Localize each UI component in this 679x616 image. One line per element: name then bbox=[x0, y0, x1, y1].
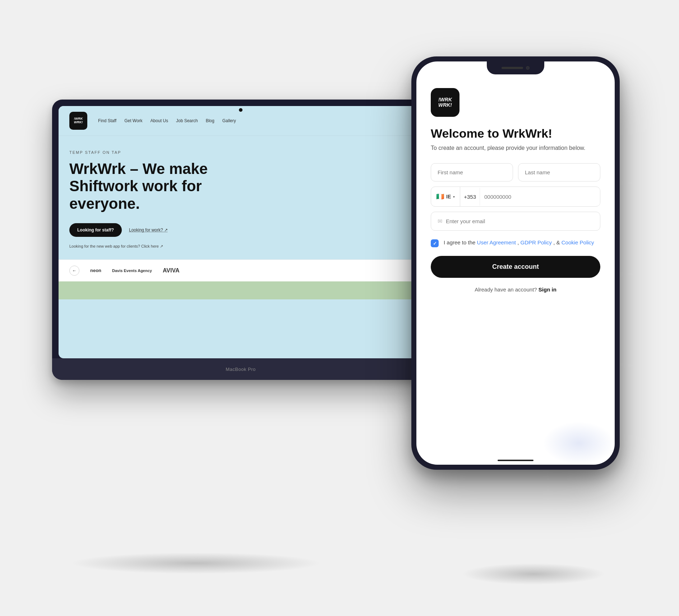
check-icon: ✓ bbox=[433, 241, 437, 246]
last-name-input[interactable] bbox=[518, 163, 600, 181]
phone-row: 🇮🇪 IE ▾ +353 bbox=[431, 187, 600, 207]
partner-neon: neon bbox=[90, 268, 101, 273]
signin-row: Already have an account? Sign in bbox=[431, 286, 600, 293]
scene: !WRKWRK! Find Staff Get Work About Us Jo… bbox=[52, 56, 627, 560]
macbook-chin: MacBook Pro bbox=[52, 358, 429, 380]
nav-blog[interactable]: Blog bbox=[206, 118, 214, 123]
macbook-mockup: !WRKWRK! Find Staff Get Work About Us Jo… bbox=[52, 100, 429, 380]
app-title: Welcome to WrkWrk! bbox=[431, 127, 600, 140]
partner-davis: Davis Events Agency bbox=[112, 268, 152, 273]
app-subtitle: To create an account, please provide you… bbox=[431, 144, 600, 152]
phone-shadow bbox=[462, 563, 605, 585]
user-agreement-link[interactable]: User Agreement bbox=[477, 239, 516, 245]
agree-text-3: , & bbox=[553, 239, 562, 245]
macbook-camera bbox=[239, 108, 242, 112]
nav-job-search[interactable]: Job Search bbox=[176, 118, 198, 123]
first-name-input[interactable] bbox=[431, 163, 513, 181]
partner-logos-row: ← neon Davis Events Agency AVIVA bbox=[59, 259, 423, 281]
iphone-frame: !WRKWRK! Welcome to WrkWrk! To create an… bbox=[411, 56, 620, 470]
site-logo-text: !WRKWRK! bbox=[74, 117, 83, 124]
nav-get-work[interactable]: Get Work bbox=[124, 118, 142, 123]
site-hero: TEMP STAFF ON TAP WrkWrk – We make Shift… bbox=[59, 136, 423, 358]
logos-prev-button[interactable]: ← bbox=[69, 266, 79, 276]
website-content: !WRKWRK! Find Staff Get Work About Us Jo… bbox=[59, 106, 423, 358]
laptop-shadow bbox=[70, 552, 322, 574]
flag-emoji: 🇮🇪 bbox=[436, 193, 444, 201]
email-row[interactable]: ✉ bbox=[431, 212, 600, 231]
green-section bbox=[59, 281, 423, 299]
phone-number-input[interactable] bbox=[480, 188, 600, 206]
agree-text: I agree to the User Agreement , GDPR Pol… bbox=[444, 239, 594, 247]
name-row bbox=[431, 163, 600, 181]
macbook-model-label: MacBook Pro bbox=[226, 367, 256, 372]
country-chevron-icon: ▾ bbox=[453, 195, 455, 199]
email-input[interactable] bbox=[446, 218, 593, 224]
country-selector[interactable]: 🇮🇪 IE ▾ bbox=[431, 187, 460, 206]
site-cta-row: Looking for staff? Looking for work? ↗ bbox=[69, 223, 412, 237]
app-logo: !WRKWRK! bbox=[431, 88, 459, 117]
nav-gallery[interactable]: Gallery bbox=[222, 118, 236, 123]
site-logo: !WRKWRK! bbox=[69, 112, 87, 130]
iphone-notch bbox=[487, 61, 544, 74]
nav-about-us[interactable]: About Us bbox=[151, 118, 168, 123]
looking-for-work-link[interactable]: Looking for work? ↗ bbox=[129, 227, 168, 233]
app-content: !WRKWRK! Welcome to WrkWrk! To create an… bbox=[416, 77, 615, 465]
signin-prompt-text: Already have an account? bbox=[475, 286, 537, 293]
create-account-button[interactable]: Create account bbox=[431, 256, 600, 278]
sign-in-link[interactable]: Sign in bbox=[539, 286, 556, 293]
agree-text-1: I agree to the bbox=[444, 239, 477, 245]
site-sublink[interactable]: Looking for the new web app for clients?… bbox=[69, 244, 412, 249]
gdpr-policy-link[interactable]: GDPR Policy bbox=[520, 239, 552, 245]
app-logo-text: !WRKWRK! bbox=[438, 97, 452, 108]
front-camera bbox=[526, 66, 530, 70]
site-headline: WrkWrk – We make Shiftwork work for ever… bbox=[69, 160, 220, 212]
country-code-label: IE bbox=[446, 194, 451, 199]
site-eyebrow: TEMP STAFF ON TAP bbox=[69, 150, 412, 155]
cookie-policy-link[interactable]: Cookie Policy bbox=[562, 239, 594, 245]
partner-aviva: AVIVA bbox=[163, 267, 180, 274]
macbook-frame: !WRKWRK! Find Staff Get Work About Us Jo… bbox=[52, 100, 429, 380]
speaker-grille bbox=[502, 67, 523, 69]
iphone-mockup: !WRKWRK! Welcome to WrkWrk! To create an… bbox=[411, 56, 620, 470]
macbook-screen: !WRKWRK! Find Staff Get Work About Us Jo… bbox=[59, 106, 423, 358]
agree-checkbox[interactable]: ✓ bbox=[431, 239, 439, 247]
agree-row: ✓ I agree to the User Agreement , GDPR P… bbox=[431, 239, 600, 247]
home-indicator bbox=[498, 460, 534, 461]
email-icon: ✉ bbox=[438, 218, 442, 225]
looking-for-staff-button[interactable]: Looking for staff? bbox=[69, 223, 122, 237]
nav-find-staff[interactable]: Find Staff bbox=[98, 118, 116, 123]
decorative-blob bbox=[543, 422, 615, 465]
phone-prefix: +353 bbox=[460, 188, 480, 206]
iphone-screen: !WRKWRK! Welcome to WrkWrk! To create an… bbox=[416, 61, 615, 465]
site-nav-links: Find Staff Get Work About Us Job Search … bbox=[98, 118, 236, 123]
